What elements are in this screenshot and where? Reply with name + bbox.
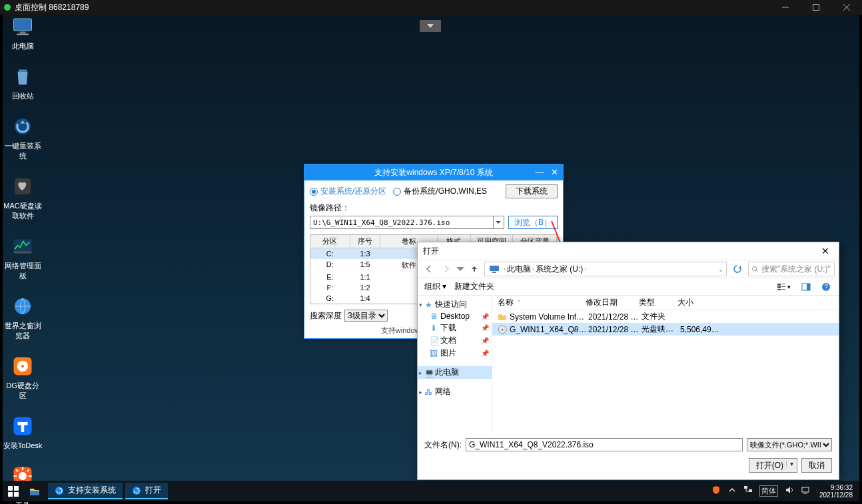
svg-rect-43	[749, 489, 752, 492]
minimize-button[interactable]	[770, 0, 801, 15]
icon-world-browser[interactable]: 世界之窗浏览器	[3, 294, 43, 341]
folder-icon	[498, 312, 507, 322]
icon-this-pc[interactable]: 此电脑	[3, 15, 43, 51]
nav-tree[interactable]: ▾★快速访问 🖥Desktop📌 ⬇下载📌 📄文档📌 🖼图片📌 ▸💻此电脑 ▸🖧…	[418, 296, 492, 434]
icon-recycle[interactable]: 回收站	[3, 65, 43, 101]
help-button[interactable]: ?	[820, 281, 832, 293]
toolbar-expand-chevron[interactable]	[420, 20, 441, 32]
open-button[interactable]: 打开(O)	[749, 458, 797, 473]
depth-label: 搜索深度	[310, 310, 342, 322]
path-dropdown-button[interactable]	[494, 216, 504, 229]
cancel-button[interactable]: 取消	[801, 458, 832, 473]
tray-volume-icon[interactable]	[785, 485, 794, 497]
nav-forward-button[interactable]	[439, 262, 454, 276]
tree-pictures[interactable]: 🖼图片📌	[418, 347, 492, 360]
svg-rect-25	[781, 286, 785, 287]
pc-icon	[489, 264, 500, 274]
installer-close-button[interactable]: ✕	[547, 164, 562, 179]
file-row[interactable]: System Volume Informati... 2021/12/28 9:…	[492, 310, 839, 323]
icon-todesk[interactable]: 安装ToDesk	[3, 414, 43, 451]
task-installer[interactable]: 支持安装系统	[48, 483, 123, 499]
preview-pane-button[interactable]	[800, 281, 812, 293]
svg-text:?: ?	[824, 284, 828, 291]
tray-notification-icon[interactable]	[801, 485, 810, 497]
image-path-input[interactable]	[310, 216, 494, 229]
svg-rect-42	[744, 486, 747, 489]
svg-rect-9	[14, 252, 32, 254]
icon-dg[interactable]: DG硬盘分区	[3, 354, 43, 401]
installer-titlebar[interactable]: 支持安装windows XP/7/8/10 系统 — ✕	[304, 164, 563, 180]
svg-rect-33	[8, 486, 13, 491]
filename-input[interactable]	[466, 438, 743, 451]
start-button[interactable]	[3, 481, 24, 501]
open-close-button[interactable]: ✕	[817, 244, 833, 258]
browse-button[interactable]: 浏览（B）	[508, 216, 558, 229]
col-type[interactable]: 类型	[639, 297, 677, 308]
tree-network[interactable]: ▸🖧网络	[418, 385, 492, 398]
icon-label-net-panel: 网络管理面板	[5, 262, 41, 280]
col-name[interactable]: 名称˄	[498, 297, 586, 308]
col-date[interactable]: 修改日期	[586, 297, 639, 308]
svg-rect-37	[30, 491, 39, 495]
task-open[interactable]: 打开	[125, 483, 168, 499]
tree-quick-access[interactable]: ▾★快速访问	[418, 298, 492, 311]
organize-menu[interactable]: 组织 ▾	[424, 281, 446, 292]
iso-icon	[498, 325, 507, 334]
clock[interactable]: 9:36:32 2021/12/28	[817, 484, 855, 499]
search-placeholder: 搜索"系统之家 (U:)"	[761, 264, 831, 275]
maximize-button[interactable]	[801, 0, 831, 15]
icon-label-this-pc: 此电脑	[12, 42, 34, 50]
filetype-select[interactable]: 映像文件(*.GHO;*.WIM;*.ESD;*	[747, 438, 832, 451]
tree-documents[interactable]: 📄文档📌	[418, 334, 492, 347]
desktop-icons: 此电脑 回收站 一键重装系统 MAC硬盘读取软件 网络管理面板 世界之窗浏览器 …	[3, 15, 43, 504]
nav-history-button[interactable]	[456, 262, 464, 276]
svg-point-20	[752, 266, 756, 270]
tree-this-pc[interactable]: ▸💻此电脑	[418, 366, 492, 379]
crumb-dropdown-icon[interactable]: ⌄	[718, 266, 723, 273]
task-label: 支持安装系统	[68, 485, 116, 496]
crumb-drive[interactable]: 系统之家 (U:)	[536, 264, 583, 275]
svg-point-32	[502, 328, 504, 330]
tray-chevron-icon[interactable]	[727, 485, 737, 497]
col-size[interactable]: 大小	[677, 297, 717, 308]
new-folder-button[interactable]: 新建文件夹	[454, 281, 494, 292]
breadcrumb[interactable]: › 此电脑 › 系统之家 (U:) › ⌄	[484, 262, 727, 276]
file-row[interactable]: G_WIN11_X64_Q8_V2022.... 2021/12/28 9:10…	[492, 323, 839, 336]
radio-install[interactable]: 安装系统/还原分区	[310, 186, 386, 197]
installer-minimize-button[interactable]: —	[532, 164, 547, 179]
svg-rect-0	[813, 5, 819, 11]
tray-shield-icon[interactable]	[711, 485, 721, 497]
filename-label: 文件名(N):	[424, 439, 462, 451]
radio-backup[interactable]: 备份系统/GHO,WIN,ES	[393, 186, 487, 197]
svg-rect-35	[8, 492, 13, 497]
view-options-button[interactable]: ▾	[775, 281, 792, 293]
nav-up-button[interactable]	[467, 262, 482, 276]
nav-back-button[interactable]	[422, 262, 436, 276]
tree-desktop[interactable]: 🖥Desktop📌	[418, 311, 492, 322]
svg-rect-3	[17, 34, 29, 35]
close-button[interactable]	[831, 0, 862, 15]
refresh-button[interactable]	[729, 264, 745, 274]
col-partition[interactable]: 分区	[310, 235, 350, 248]
svg-rect-26	[781, 289, 785, 290]
open-title: 打开	[423, 246, 439, 257]
depth-select[interactable]: 3级目录	[344, 310, 388, 322]
taskbar: 支持安装系统 打开 简体 9:36:32 2021/12/28	[3, 481, 859, 501]
svg-rect-8	[14, 240, 32, 252]
open-dialog[interactable]: 打开 ✕ › 此电脑 › 系统之家 (U:) › ⌄ 搜索"系统之家 (U:)"…	[417, 242, 839, 480]
explorer-button[interactable]	[24, 481, 45, 501]
icon-reinstall[interactable]: 一键重装系统	[3, 115, 43, 161]
download-button[interactable]: 下载系统	[506, 184, 558, 198]
tree-downloads[interactable]: ⬇下载📌	[418, 322, 492, 334]
tray-ime-icon[interactable]: 简体	[759, 485, 778, 497]
installer-icon	[55, 486, 64, 495]
col-sequence[interactable]: 序号	[350, 235, 381, 248]
svg-rect-21	[777, 284, 781, 286]
crumb-pc[interactable]: 此电脑	[507, 264, 531, 275]
icon-mac-disk[interactable]: MAC硬盘读取软件	[3, 174, 43, 221]
tray-network-icon[interactable]	[743, 485, 753, 497]
svg-rect-28	[807, 284, 810, 290]
open-titlebar[interactable]: 打开 ✕	[418, 242, 839, 260]
icon-net-panel[interactable]: 网络管理面板	[3, 234, 43, 281]
explorer-search-input[interactable]: 搜索"系统之家 (U:)"	[748, 262, 835, 276]
